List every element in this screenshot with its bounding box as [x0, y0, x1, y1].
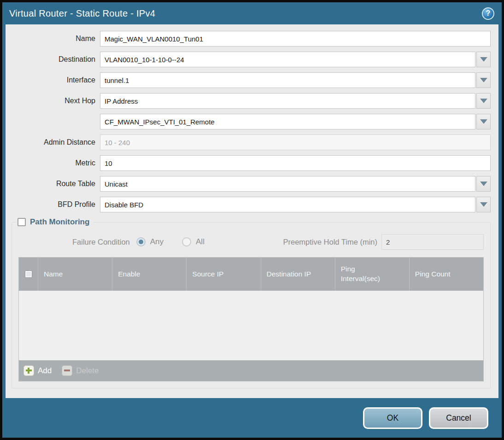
interface-value[interactable]: tunnel.1: [100, 72, 475, 88]
next-hop-address-combobox[interactable]: CF_MWAN_IPsec_VTI_01_Remote: [100, 114, 491, 129]
column-header-source-ip[interactable]: Source IP: [187, 258, 261, 291]
failure-all-radio[interactable]: [182, 237, 191, 246]
next-hop-label: Next Hop: [12, 97, 100, 105]
chevron-down-icon: [480, 202, 487, 207]
dialog-footer: OK Cancel: [2, 398, 502, 438]
column-header-destination-ip[interactable]: Destination IP: [261, 258, 335, 291]
table-empty-area: [19, 291, 483, 360]
delete-button-label: Delete: [76, 366, 99, 375]
destination-row: Destination VLAN0010_10-1-10-0--24: [12, 52, 491, 67]
ok-button[interactable]: OK: [363, 407, 422, 429]
table-toolbar: Add Delete: [19, 360, 483, 381]
destination-label: Destination: [12, 55, 100, 64]
column-header-label: Ping Interval(sec): [341, 264, 389, 284]
failure-any-radio[interactable]: [136, 237, 146, 246]
minus-icon: [62, 365, 72, 376]
add-button-label: Add: [38, 366, 52, 375]
path-monitoring-section: Path Monitoring Failure Condition Any Al…: [12, 217, 491, 388]
route-table-value[interactable]: Unicast: [100, 176, 475, 192]
column-header-label: Ping Count: [415, 270, 451, 278]
interface-row: Interface tunnel.1: [12, 72, 491, 88]
dialog-titlebar: Virtual Router - Static Route - IPv4 ?: [2, 2, 502, 24]
column-header-ping-interval[interactable]: Ping Interval(sec): [335, 258, 410, 291]
bfd-profile-combobox[interactable]: Disable BFD: [100, 197, 491, 212]
next-hop-type-dropdown-button[interactable]: [476, 93, 491, 109]
destination-combobox[interactable]: VLAN0010_10-1-10-0--24: [100, 52, 491, 67]
next-hop-type-combobox[interactable]: IP Address: [100, 93, 491, 109]
chevron-down-icon: [480, 78, 487, 82]
preemptive-hold-time-input[interactable]: [381, 234, 484, 250]
name-label: Name: [12, 35, 100, 43]
failure-all-label: All: [196, 237, 205, 246]
bfd-profile-row: BFD Profile Disable BFD: [12, 197, 491, 212]
column-header-label: Destination IP: [267, 270, 311, 278]
column-header-ping-count[interactable]: Ping Count: [410, 258, 483, 291]
column-header-enable[interactable]: Enable: [112, 258, 187, 291]
route-table-row: Route Table Unicast: [12, 176, 491, 192]
destination-dropdown-button[interactable]: [476, 52, 491, 67]
route-table-dropdown-button[interactable]: [476, 176, 491, 192]
column-header-label: Name: [44, 270, 63, 278]
add-button[interactable]: Add: [23, 365, 52, 376]
admin-distance-input[interactable]: [100, 135, 491, 150]
admin-distance-label: Admin Distance: [12, 138, 100, 147]
column-header-label: Enable: [118, 270, 140, 278]
screen: Virtual Router - Static Route - IPv4 ? N…: [0, 0, 504, 440]
metric-row: Metric: [12, 155, 491, 171]
path-monitoring-legend: Path Monitoring: [17, 217, 93, 227]
radio-dot: [139, 240, 143, 244]
interface-label: Interface: [12, 76, 100, 84]
table-header: Name Enable Source IP Destination IP Pin: [19, 258, 483, 291]
table-header-select: [19, 258, 38, 291]
chevron-down-icon: [480, 119, 487, 124]
select-all-checkbox[interactable]: [25, 270, 32, 278]
bfd-profile-label: BFD Profile: [12, 200, 100, 209]
bfd-profile-value[interactable]: Disable BFD: [100, 197, 475, 212]
interface-dropdown-button[interactable]: [476, 72, 491, 88]
route-table-label: Route Table: [12, 180, 100, 188]
chevron-down-icon: [480, 57, 487, 62]
help-icon[interactable]: ?: [482, 7, 494, 20]
path-monitoring-table: Name Enable Source IP Destination IP Pin: [18, 257, 484, 381]
failure-condition-row: Failure Condition Any All Preemptive Hol…: [18, 229, 484, 257]
path-monitoring-title: Path Monitoring: [30, 217, 89, 227]
destination-value[interactable]: VLAN0010_10-1-10-0--24: [100, 52, 475, 67]
column-header-name[interactable]: Name: [38, 258, 112, 291]
column-header-label: Source IP: [192, 270, 223, 278]
admin-distance-row: Admin Distance: [12, 135, 491, 150]
next-hop-address-row: CF_MWAN_IPsec_VTI_01_Remote: [12, 114, 491, 129]
route-table-combobox[interactable]: Unicast: [100, 176, 491, 192]
failure-any-label: Any: [150, 237, 164, 246]
path-monitoring-checkbox[interactable]: [18, 218, 26, 226]
static-route-dialog: Virtual Router - Static Route - IPv4 ? N…: [2, 2, 502, 438]
chevron-down-icon: [480, 182, 487, 186]
cancel-button[interactable]: Cancel: [429, 407, 488, 429]
next-hop-row: Next Hop IP Address: [12, 93, 491, 109]
next-hop-type-value[interactable]: IP Address: [100, 93, 475, 109]
preemptive-hold-time-label: Preemptive Hold Time (min): [283, 238, 377, 246]
next-hop-address-value[interactable]: CF_MWAN_IPsec_VTI_01_Remote: [100, 114, 475, 129]
metric-input[interactable]: [100, 155, 491, 171]
name-row: Name: [12, 31, 491, 47]
bfd-profile-dropdown-button[interactable]: [476, 197, 491, 212]
delete-button[interactable]: Delete: [62, 365, 99, 376]
metric-label: Metric: [12, 159, 100, 167]
next-hop-address-dropdown-button[interactable]: [476, 114, 491, 129]
failure-condition-label: Failure Condition: [72, 238, 130, 246]
name-input[interactable]: [100, 31, 491, 47]
chevron-down-icon: [480, 99, 487, 103]
dialog-title: Virtual Router - Static Route - IPv4: [9, 8, 155, 19]
dialog-body: Name Destination VLAN0010_10-1-10-0--24 …: [6, 24, 498, 398]
interface-combobox[interactable]: tunnel.1: [100, 72, 491, 88]
plus-icon: [23, 365, 34, 376]
